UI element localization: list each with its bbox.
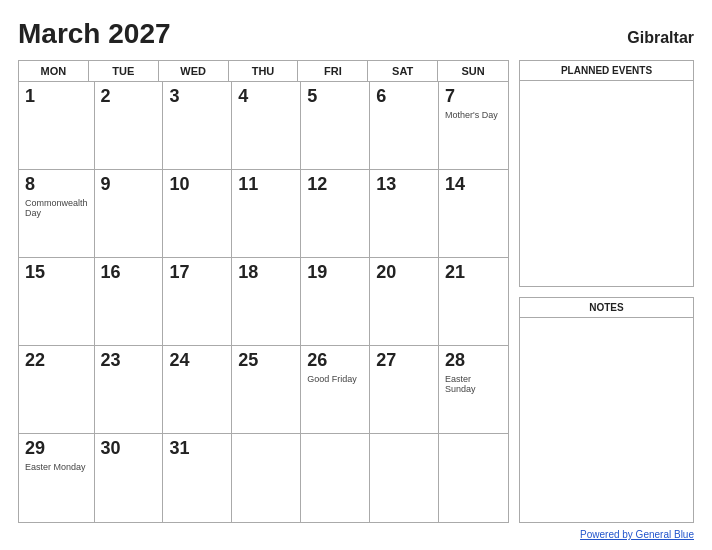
- day-number: 22: [25, 350, 88, 372]
- day-cell: 13: [370, 170, 439, 258]
- calendar-page: March 2027 Gibraltar MONTUEWEDTHUFRISATS…: [0, 0, 712, 550]
- day-number: 1: [25, 86, 88, 108]
- day-headers: MONTUEWEDTHUFRISATSUN: [19, 61, 508, 82]
- event-label: Easter Sunday: [445, 374, 502, 396]
- day-cell: 8Commonwealth Day: [19, 170, 95, 258]
- day-number: 2: [101, 86, 157, 108]
- day-cell: 17: [163, 258, 232, 346]
- day-cell: 3: [163, 82, 232, 170]
- day-cell: 1: [19, 82, 95, 170]
- day-number: 7: [445, 86, 502, 108]
- day-cell: 30: [95, 434, 164, 522]
- day-cell: 27: [370, 346, 439, 434]
- day-cell: [232, 434, 301, 522]
- day-cell: 7Mother's Day: [439, 82, 508, 170]
- footer: Powered by General Blue: [18, 529, 694, 540]
- day-header-sun: SUN: [438, 61, 508, 81]
- day-cell: 9: [95, 170, 164, 258]
- event-label: Good Friday: [307, 374, 363, 385]
- planned-events-content: [520, 81, 693, 286]
- day-number: 19: [307, 262, 363, 284]
- day-number: 9: [101, 174, 157, 196]
- day-cell: 29Easter Monday: [19, 434, 95, 522]
- day-cell: 12: [301, 170, 370, 258]
- header: March 2027 Gibraltar: [18, 18, 694, 50]
- planned-events-box: PLANNED EVENTS: [519, 60, 694, 287]
- day-number: 4: [238, 86, 294, 108]
- day-number: 21: [445, 262, 502, 284]
- side-section: PLANNED EVENTS NOTES: [519, 60, 694, 523]
- day-number: 10: [169, 174, 225, 196]
- day-cell: 6: [370, 82, 439, 170]
- day-number: 11: [238, 174, 294, 196]
- day-number: 15: [25, 262, 88, 284]
- day-number: 24: [169, 350, 225, 372]
- calendar-section: MONTUEWEDTHUFRISATSUN 1234567Mother's Da…: [18, 60, 509, 523]
- notes-header: NOTES: [520, 298, 693, 318]
- day-cell: 23: [95, 346, 164, 434]
- day-cell: 25: [232, 346, 301, 434]
- day-cell: 2: [95, 82, 164, 170]
- day-cell: 22: [19, 346, 95, 434]
- event-label: Mother's Day: [445, 110, 502, 121]
- day-cell: 31: [163, 434, 232, 522]
- day-number: 16: [101, 262, 157, 284]
- day-cell: 5: [301, 82, 370, 170]
- main-content: MONTUEWEDTHUFRISATSUN 1234567Mother's Da…: [18, 60, 694, 523]
- day-number: 5: [307, 86, 363, 108]
- event-label: Commonwealth Day: [25, 198, 88, 220]
- month-title: March 2027: [18, 18, 171, 50]
- calendar-grid: 1234567Mother's Day8Commonwealth Day9101…: [19, 82, 508, 522]
- day-number: 17: [169, 262, 225, 284]
- day-cell: 28Easter Sunday: [439, 346, 508, 434]
- day-cell: 21: [439, 258, 508, 346]
- day-number: 6: [376, 86, 432, 108]
- day-cell: 4: [232, 82, 301, 170]
- day-number: 8: [25, 174, 88, 196]
- day-number: 28: [445, 350, 502, 372]
- day-cell: 19: [301, 258, 370, 346]
- day-header-sat: SAT: [368, 61, 438, 81]
- day-number: 27: [376, 350, 432, 372]
- day-cell: 26Good Friday: [301, 346, 370, 434]
- day-number: 18: [238, 262, 294, 284]
- notes-content: [520, 318, 693, 523]
- day-number: 26: [307, 350, 363, 372]
- day-cell: 11: [232, 170, 301, 258]
- day-cell: 15: [19, 258, 95, 346]
- day-number: 25: [238, 350, 294, 372]
- country-title: Gibraltar: [627, 29, 694, 47]
- day-number: 20: [376, 262, 432, 284]
- day-cell: [301, 434, 370, 522]
- day-number: 13: [376, 174, 432, 196]
- day-header-fri: FRI: [298, 61, 368, 81]
- day-header-tue: TUE: [89, 61, 159, 81]
- day-cell: [370, 434, 439, 522]
- event-label: Easter Monday: [25, 462, 88, 473]
- day-header-mon: MON: [19, 61, 89, 81]
- day-cell: [439, 434, 508, 522]
- day-number: 31: [169, 438, 225, 460]
- day-number: 29: [25, 438, 88, 460]
- day-header-wed: WED: [159, 61, 229, 81]
- day-cell: 18: [232, 258, 301, 346]
- day-cell: 14: [439, 170, 508, 258]
- day-cell: 20: [370, 258, 439, 346]
- planned-events-header: PLANNED EVENTS: [520, 61, 693, 81]
- notes-box: NOTES: [519, 297, 694, 524]
- day-number: 30: [101, 438, 157, 460]
- day-number: 3: [169, 86, 225, 108]
- powered-by-link[interactable]: Powered by General Blue: [580, 529, 694, 540]
- day-number: 12: [307, 174, 363, 196]
- day-number: 14: [445, 174, 502, 196]
- day-number: 23: [101, 350, 157, 372]
- day-cell: 16: [95, 258, 164, 346]
- day-cell: 24: [163, 346, 232, 434]
- day-header-thu: THU: [229, 61, 299, 81]
- day-cell: 10: [163, 170, 232, 258]
